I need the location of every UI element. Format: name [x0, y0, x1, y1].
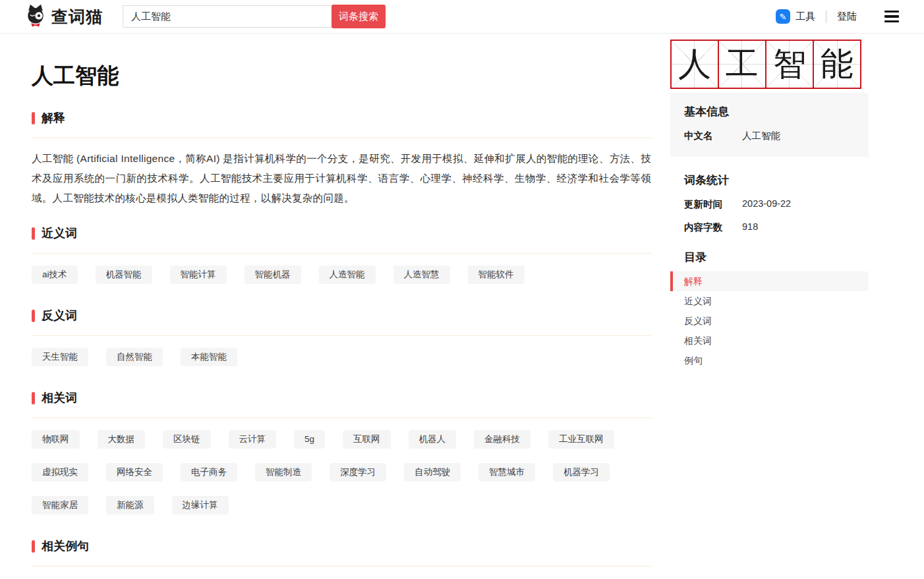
related-tag[interactable]: 大数据	[98, 430, 146, 449]
related-tag[interactable]: 智能制造	[255, 463, 312, 482]
header-divider	[826, 11, 826, 23]
stroke-grid-row: 人工智能	[670, 40, 869, 89]
tools-link[interactable]: 工具	[795, 11, 815, 23]
section-divider	[32, 566, 651, 566]
section-synonyms: 近义词 ai技术机器智能智能计算智能机器人造智能人造智慧智能软件	[32, 225, 651, 284]
section-title: 相关例句	[42, 538, 89, 554]
section-marker	[32, 112, 35, 124]
top-header: 查词猫 词条搜索 ✎ 工具 登陆	[0, 0, 924, 34]
page-title: 人工智能	[32, 64, 651, 88]
toc-item[interactable]: 反义词	[670, 311, 869, 331]
section-explain: 解释 人工智能 (Artificial Intelligence，简称AI) 是…	[32, 110, 651, 208]
related-tag[interactable]: 边缘计算	[172, 496, 229, 514]
example-sentence: 随着互联网、大数据、云计算、人工智能、物联网等新技术的不断涌现，数字化时代的到来	[47, 576, 463, 579]
synonym-tag[interactable]: ai技术	[32, 265, 78, 284]
brand-logo[interactable]: 查词猫	[24, 3, 103, 30]
page-body: 人工智能 解释 人工智能 (Artificial Intelligence，简称…	[0, 34, 924, 579]
example-sentence-item: 随着互联网、大数据、云计算、人工智能、物联网等新技术的不断涌现，数字化时代的到来	[32, 576, 651, 579]
cat-mascot-icon	[24, 3, 47, 30]
stats-label: 内容字数	[684, 221, 742, 234]
antonym-tag[interactable]: 自然智能	[106, 348, 163, 366]
related-tag[interactable]: 新能源	[106, 496, 154, 514]
related-tag[interactable]: 自动驾驶	[404, 463, 461, 482]
hamburger-menu-icon[interactable]	[884, 11, 899, 23]
stats-card: 词条统计 更新时间 2023-09-22 内容字数 918	[670, 157, 869, 240]
stroke-grid-char: 人	[670, 40, 719, 89]
related-tag[interactable]: 5g	[294, 430, 325, 449]
main-content: 人工智能 解释 人工智能 (Artificial Intelligence，简称…	[32, 34, 651, 579]
related-tag[interactable]: 智能家居	[32, 496, 88, 514]
synonym-tag[interactable]: 智能软件	[468, 265, 525, 284]
pencil-tool-icon[interactable]: ✎	[776, 9, 790, 24]
related-tag[interactable]: 互联网	[343, 430, 391, 449]
section-heading-related: 相关词	[32, 390, 651, 406]
synonym-tags: ai技术机器智能智能计算智能机器人造智能人造智慧智能软件	[32, 265, 651, 284]
section-heading-synonyms: 近义词	[32, 225, 651, 241]
info-value: 人工智能	[742, 130, 780, 142]
related-tag[interactable]: 智慧城市	[478, 463, 535, 482]
table-of-contents: 目录 解释近义词反义词相关词例句	[670, 250, 869, 370]
antonym-tag[interactable]: 本能智能	[181, 348, 237, 366]
stats-value: 2023-09-22	[742, 198, 791, 211]
related-tag[interactable]: 网络安全	[106, 463, 163, 482]
related-tag[interactable]: 机器人	[409, 430, 457, 449]
search-input[interactable]	[123, 5, 332, 28]
related-tag[interactable]: 深度学习	[330, 463, 386, 482]
section-title: 近义词	[42, 225, 77, 241]
section-marker	[32, 392, 35, 404]
stroke-grid-char: 工	[718, 40, 766, 89]
synonym-tag[interactable]: 智能计算	[170, 265, 227, 284]
related-tag[interactable]: 虚拟现实	[32, 463, 88, 482]
related-tag[interactable]: 区块链	[163, 430, 211, 449]
section-related: 相关词 物联网大数据区块链云计算5g互联网机器人金融科技工业互联网虚拟现实网络安…	[32, 390, 651, 514]
related-tags: 物联网大数据区块链云计算5g互联网机器人金融科技工业互联网虚拟现实网络安全电子商…	[32, 430, 651, 514]
toc-item[interactable]: 相关词	[670, 331, 869, 350]
related-tag[interactable]: 金融科技	[474, 430, 531, 449]
antonym-tag[interactable]: 天生智能	[32, 348, 88, 366]
synonym-tag[interactable]: 人造智慧	[393, 265, 450, 284]
basic-info-heading: 基本信息	[684, 104, 855, 119]
section-title: 解释	[42, 110, 65, 126]
info-label: 中文名	[684, 130, 742, 142]
related-tag[interactable]: 工业互联网	[548, 430, 614, 449]
stroke-grid-char: 能	[813, 40, 861, 89]
toc-item[interactable]: 例句	[670, 350, 869, 370]
synonym-tag[interactable]: 机器智能	[96, 265, 152, 284]
header-right: ✎ 工具 登陆	[776, 9, 899, 24]
brand-name: 查词猫	[51, 6, 103, 28]
related-tag[interactable]: 电子商务	[181, 463, 237, 482]
info-row: 中文名 人工智能	[684, 130, 855, 142]
section-divider	[32, 138, 651, 138]
section-heading-explain: 解释	[32, 110, 651, 126]
section-heading-examples: 相关例句	[32, 538, 651, 554]
search-button[interactable]: 词条搜索	[332, 5, 386, 28]
stroke-grid-char: 智	[765, 40, 814, 89]
section-divider	[32, 418, 651, 418]
synonym-tag[interactable]: 智能机器	[245, 265, 301, 284]
related-tag[interactable]: 机器学习	[553, 463, 610, 482]
stats-label: 更新时间	[684, 198, 742, 211]
section-divider	[32, 335, 651, 336]
related-tag[interactable]: 云计算	[229, 430, 277, 449]
section-marker	[32, 540, 35, 553]
stats-row: 内容字数 918	[684, 221, 855, 234]
toc-item[interactable]: 近义词	[670, 291, 869, 311]
section-marker	[32, 310, 35, 322]
right-sidebar: 人工智能 基本信息 中文名 人工智能 词条统计 更新时间 2023-09-22 …	[670, 34, 869, 579]
toc-item[interactable]: 解释	[670, 271, 869, 291]
section-title: 相关词	[42, 390, 77, 406]
stats-value: 918	[742, 221, 758, 234]
definition-paragraph: 人工智能 (Artificial Intelligence，简称AI) 是指计算…	[32, 149, 651, 208]
section-heading-antonyms: 反义词	[32, 308, 651, 323]
related-tag[interactable]: 物联网	[32, 430, 80, 449]
stats-row: 更新时间 2023-09-22	[684, 198, 855, 211]
basic-info-card: 基本信息 中文名 人工智能	[670, 93, 869, 157]
stats-heading: 词条统计	[684, 173, 855, 188]
section-marker	[32, 227, 35, 240]
antonym-tags: 天生智能自然智能本能智能	[32, 348, 651, 366]
toc-heading: 目录	[670, 250, 869, 271]
toc-items: 解释近义词反义词相关词例句	[670, 271, 869, 370]
synonym-tag[interactable]: 人造智能	[319, 265, 376, 284]
section-divider	[32, 253, 651, 254]
login-link[interactable]: 登陆	[837, 11, 857, 23]
